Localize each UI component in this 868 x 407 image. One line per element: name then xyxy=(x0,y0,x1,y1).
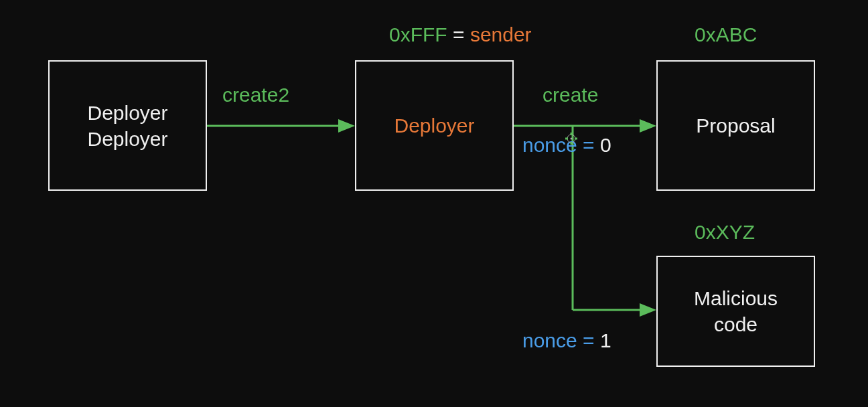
deployer-box: Deployer xyxy=(355,60,514,191)
proposal-box: Proposal xyxy=(656,60,815,191)
addr-abc-label: 0xABC xyxy=(695,23,757,46)
proposal-label: Proposal xyxy=(696,112,775,139)
nonce0-text: nonce = xyxy=(522,134,600,156)
nonce0-val: 0 xyxy=(600,134,611,156)
cursor-crosshair-icon xyxy=(565,133,577,145)
addr-xyz-label: 0xXYZ xyxy=(695,221,755,244)
create-label: create xyxy=(542,84,598,106)
sender-addr: 0xFFF xyxy=(389,23,447,46)
svg-marker-3 xyxy=(640,119,656,133)
sender-label: 0xFFF = sender xyxy=(389,23,532,46)
nonce1-val: 1 xyxy=(600,329,611,351)
svg-marker-1 xyxy=(338,119,355,133)
sender-eq: = xyxy=(453,23,470,46)
nonce1-label: nonce = 1 xyxy=(522,329,611,352)
deployer-deployer-line2: Deployer xyxy=(87,126,167,152)
svg-point-7 xyxy=(567,135,575,143)
deployer-deployer-box: Deployer Deployer xyxy=(48,60,207,191)
malicious-line1: Malicious xyxy=(694,285,778,311)
create2-label: create2 xyxy=(222,84,289,106)
deployer-deployer-line1: Deployer xyxy=(87,100,167,126)
nonce1-text: nonce = xyxy=(522,329,600,351)
malicious-line2: code xyxy=(714,311,757,337)
svg-point-8 xyxy=(571,138,573,140)
deployer-label: Deployer xyxy=(394,112,474,139)
sender-text: sender xyxy=(470,23,532,46)
malicious-box: Malicious code xyxy=(656,256,815,367)
svg-marker-6 xyxy=(640,303,656,317)
